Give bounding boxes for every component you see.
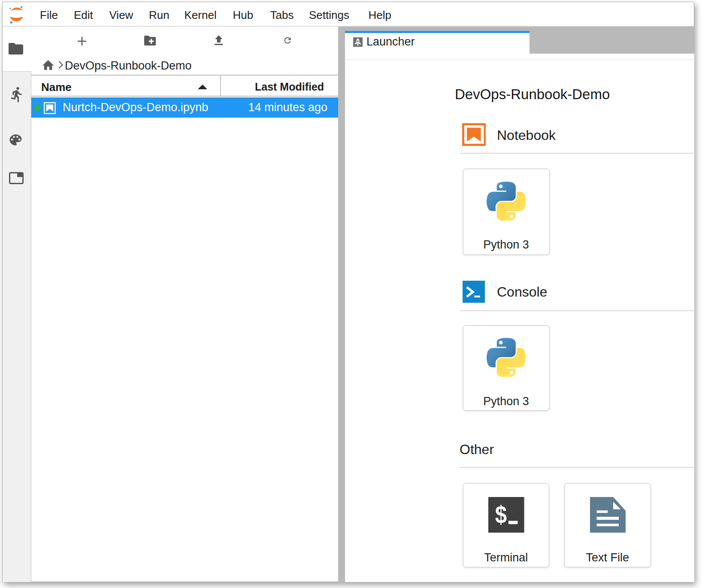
svg-text:$: $ xyxy=(495,500,507,528)
